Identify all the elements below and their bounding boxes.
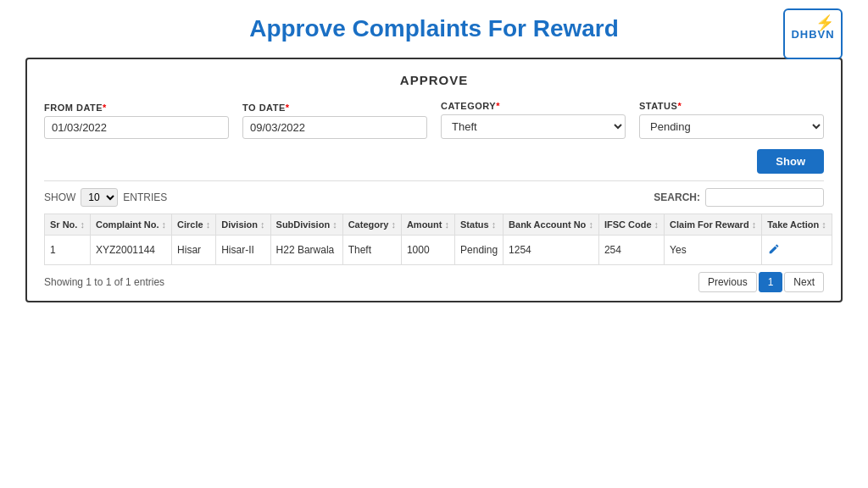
- previous-button[interactable]: Previous: [698, 272, 757, 292]
- section-title: APPROVE: [44, 73, 824, 87]
- to-date-label: TO DATE*: [242, 103, 427, 113]
- data-table: Sr No. ↕ Complaint No. ↕ Circle ↕ Divisi…: [44, 214, 832, 265]
- col-division: Division ↕: [216, 214, 270, 236]
- table-wrapper: Sr No. ↕ Complaint No. ↕ Circle ↕ Divisi…: [44, 214, 824, 265]
- col-action: Take Action ↕: [762, 214, 832, 236]
- show-label: SHOW: [44, 191, 75, 203]
- cell-claim-reward: Yes: [665, 236, 762, 265]
- search-input[interactable]: [705, 188, 824, 207]
- col-claim: Claim For Reward ↕: [665, 214, 762, 236]
- entries-label: ENTRIES: [123, 191, 167, 203]
- table-controls: SHOW 10 25 50 ENTRIES SEARCH:: [44, 188, 824, 207]
- pagination-buttons: Previous 1 Next: [698, 272, 824, 292]
- col-ifsc: IFSC Code ↕: [598, 214, 664, 236]
- page-title: Approve Complaints For Reward: [0, 15, 868, 42]
- category-select[interactable]: Theft: [441, 114, 626, 139]
- table-header-row: Sr No. ↕ Complaint No. ↕ Circle ↕ Divisi…: [45, 214, 832, 236]
- cell-division: Hisar-II: [216, 236, 270, 265]
- bolt-icon: ⚡: [815, 14, 834, 32]
- form-row: FROM DATE* TO DATE* CATEGORY* Theft STAT…: [44, 101, 824, 139]
- page-header: Approve Complaints For Reward ⚡ DHBVN: [0, 0, 868, 51]
- entries-select[interactable]: 10 25 50: [81, 188, 118, 207]
- status-select[interactable]: Pending: [639, 114, 824, 139]
- col-subdivision: SubDivision ↕: [270, 214, 342, 236]
- col-complaint: Complaint No. ↕: [90, 214, 171, 236]
- status-group: STATUS* Pending: [639, 101, 824, 139]
- pagination-row: Showing 1 to 1 of 1 entries Previous 1 N…: [44, 272, 824, 292]
- cell-sr: 1: [45, 236, 91, 265]
- to-date-input[interactable]: [242, 116, 427, 139]
- status-label: STATUS*: [639, 101, 824, 111]
- divider: [44, 180, 824, 181]
- cell-complaint-no: XYZ2001144: [90, 236, 171, 265]
- cell-ifsc: 254: [598, 236, 664, 265]
- col-circle: Circle ↕: [172, 214, 216, 236]
- cell-amount: 1000: [401, 236, 454, 265]
- col-bank-account: Bank Account No ↕: [504, 214, 599, 236]
- search-label: SEARCH:: [654, 191, 700, 203]
- show-button[interactable]: Show: [757, 149, 824, 174]
- action-button[interactable]: [767, 241, 782, 259]
- cell-status: Pending: [455, 236, 504, 265]
- category-group: CATEGORY* Theft: [441, 101, 626, 139]
- col-category: Category ↕: [342, 214, 401, 236]
- search-area: SEARCH:: [654, 188, 824, 207]
- pagination-info: Showing 1 to 1 of 1 entries: [44, 276, 164, 288]
- show-entries: SHOW 10 25 50 ENTRIES: [44, 188, 167, 207]
- col-sr: Sr No. ↕: [45, 214, 91, 236]
- cell-circle: Hisar: [172, 236, 216, 265]
- col-status: Status ↕: [455, 214, 504, 236]
- col-amount: Amount ↕: [401, 214, 454, 236]
- cell-action[interactable]: [762, 236, 832, 265]
- next-button[interactable]: Next: [784, 272, 824, 292]
- from-date-label: FROM DATE*: [44, 103, 229, 113]
- to-date-group: TO DATE*: [242, 103, 427, 139]
- cell-category: Theft: [342, 236, 401, 265]
- logo-area: ⚡ DHBVN: [783, 8, 843, 59]
- show-btn-row: Show: [44, 149, 824, 174]
- from-date-input[interactable]: [44, 116, 229, 139]
- cell-bank-account: 1254: [504, 236, 599, 265]
- from-date-group: FROM DATE*: [44, 103, 229, 139]
- page-1-button[interactable]: 1: [759, 272, 783, 292]
- category-label: CATEGORY*: [441, 101, 626, 111]
- table-row: 1 XYZ2001144 Hisar Hisar-II H22 Barwala …: [45, 236, 832, 265]
- cell-subdivision: H22 Barwala: [270, 236, 342, 265]
- logo-box: ⚡ DHBVN: [783, 8, 843, 59]
- main-container: APPROVE FROM DATE* TO DATE* CATEGORY* Th…: [25, 58, 843, 302]
